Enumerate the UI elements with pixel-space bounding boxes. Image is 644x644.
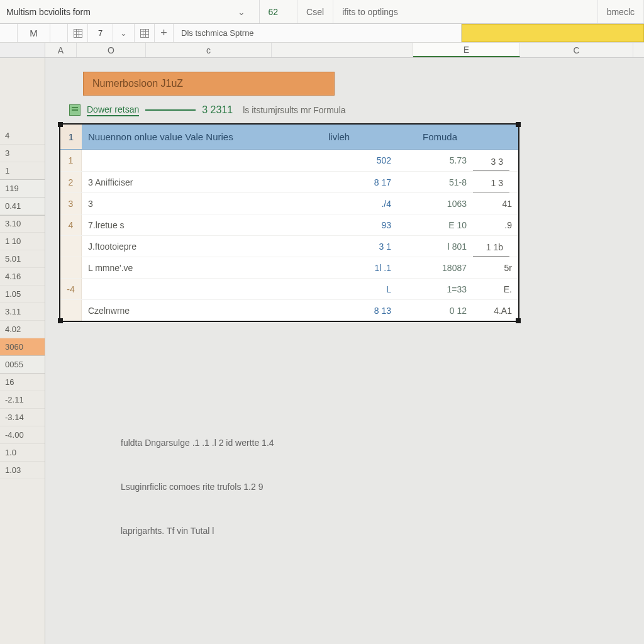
cell-formula[interactable]: 4.A1 — [473, 300, 518, 321]
chevron-down-icon[interactable]: ⌄ — [238, 7, 245, 17]
cell-formula[interactable]: 1 1b — [473, 240, 509, 257]
history-button[interactable] — [68, 24, 88, 42]
row-header[interactable]: 0.41 — [0, 197, 45, 215]
cell-label[interactable] — [82, 150, 322, 171]
row-header[interactable]: 5.01 — [0, 250, 45, 268]
cell-value-d[interactable]: 51-8 — [397, 172, 473, 192]
row-header[interactable]: -2.11 — [0, 391, 45, 409]
row-header[interactable]: 1.0 — [0, 444, 45, 462]
cell-index[interactable] — [60, 236, 82, 257]
row-header-highlight[interactable]: 3060 — [0, 338, 45, 356]
col-header-O[interactable]: O — [77, 43, 146, 57]
cell-value-d[interactable]: 1=33 — [397, 279, 473, 299]
table-row[interactable]: L mmne'.ve1l .1180875r — [60, 257, 518, 278]
cell-label[interactable]: 3 Anifficiser — [82, 172, 322, 192]
cell-label[interactable]: Czelnwrne — [82, 300, 322, 321]
table-row[interactable]: 47.lretue s93E 10.9 — [60, 214, 518, 235]
table-row[interactable]: 23 Anifficiser8 1751-81 3 — [60, 171, 518, 192]
row-header[interactable]: 119 — [0, 180, 45, 197]
cell-value-c[interactable]: 1l .1 — [322, 257, 397, 278]
col-header-blank[interactable] — [272, 43, 413, 57]
cell-label[interactable]: L mmne'.ve — [82, 257, 322, 278]
th-formula[interactable]: Fomuda — [416, 125, 518, 149]
table-row[interactable]: 15025.733 3 — [60, 150, 518, 171]
cell-index[interactable]: 4 — [60, 214, 82, 235]
selected-table[interactable]: 1 Nuuennon onlue value Vale Nuries livle… — [59, 123, 519, 322]
row-header[interactable]: -4.00 — [0, 426, 45, 444]
cell-value-d[interactable]: E 10 — [397, 214, 473, 235]
table-row[interactable]: 33./4106341 — [60, 192, 518, 214]
row-header[interactable]: 3 — [0, 145, 45, 162]
row-header[interactable]: 4.16 — [0, 268, 45, 286]
name-box[interactable]: M — [18, 24, 50, 42]
cell-formula[interactable]: E. — [473, 279, 518, 299]
plus-icon: + — [160, 26, 167, 40]
cell-value-c[interactable]: 8 13 — [322, 300, 397, 321]
row-header[interactable]: -3.14 — [0, 409, 45, 426]
cell-formula[interactable]: 1 3 — [473, 175, 509, 192]
cell-value-d[interactable]: 1063 — [397, 193, 473, 214]
th-value[interactable]: livleh — [322, 125, 416, 149]
table-row[interactable]: Czelnwrne8 130 124.A1 — [60, 299, 518, 321]
resize-handle-tr[interactable] — [516, 122, 521, 127]
table-button[interactable] — [135, 24, 155, 42]
cell-label[interactable] — [82, 279, 322, 299]
row-header[interactable]: 1 10 — [0, 233, 45, 250]
row-gutter-head[interactable] — [0, 43, 45, 57]
cell-value-c[interactable]: 502 — [322, 150, 397, 171]
cell-formula[interactable]: .9 — [473, 214, 518, 235]
sheet-canvas[interactable]: Numerbosloon J1uZ Dower retsan 3 2311 ls… — [45, 58, 644, 644]
th-label[interactable]: Nuuennon onlue value Vale Nuries — [82, 125, 322, 149]
cell-index[interactable]: 2 — [60, 172, 82, 192]
cell-index[interactable]: 3 — [60, 193, 82, 214]
col-header-C[interactable]: C — [520, 43, 633, 57]
resize-handle-bl[interactable] — [58, 318, 63, 323]
table-body: 15025.733 323 Anifficiser8 1751-81 333./… — [60, 150, 518, 321]
cell-value-c[interactable]: 93 — [322, 214, 397, 235]
row-header[interactable]: 3.10 — [0, 215, 45, 233]
row-header[interactable]: 3.11 — [0, 303, 45, 321]
cell-index[interactable] — [60, 300, 82, 321]
row-header[interactable]: 1.05 — [0, 286, 45, 303]
titlebar-csel[interactable]: Csel — [297, 0, 333, 23]
col-header-c[interactable]: c — [146, 43, 272, 57]
titlebar-number[interactable]: 62 — [260, 0, 298, 23]
cell-index[interactable]: -4 — [60, 279, 82, 299]
table-row[interactable]: -4L1=33E. — [60, 278, 518, 299]
cell-value-c[interactable]: 8 17 — [322, 172, 397, 192]
table-row[interactable]: J.ftootoiepre3 1l 8011 1b — [60, 235, 518, 257]
cell-label[interactable]: J.ftootoiepre — [82, 236, 322, 257]
row-header[interactable]: 1.03 — [0, 462, 45, 479]
cell-value-c[interactable]: ./4 — [322, 193, 397, 214]
cell-label[interactable]: 3 — [82, 193, 322, 214]
add-button[interactable]: + — [155, 24, 174, 42]
resize-handle-br[interactable] — [516, 318, 521, 323]
resize-handle-tl[interactable] — [58, 122, 63, 127]
cell-value-c[interactable]: L — [322, 279, 397, 299]
formula-num[interactable]: 7 — [88, 24, 113, 42]
row-header[interactable]: 16 — [0, 374, 45, 391]
cell-index[interactable] — [60, 257, 82, 278]
cell-value-d[interactable]: 18087 — [397, 257, 473, 278]
cell-value-d[interactable]: l 801 — [397, 236, 473, 257]
cell-value-c[interactable]: 3 1 — [322, 236, 397, 257]
row-header[interactable]: 4.02 — [0, 321, 45, 338]
cell-formula[interactable]: 3 3 — [473, 153, 509, 171]
formula-dropdown[interactable]: ⌄ — [113, 24, 135, 42]
select-all-corner[interactable] — [0, 24, 18, 42]
doc-name-box[interactable]: Multism bcviolits form ⌄ — [0, 0, 260, 23]
row-header[interactable]: 1 — [0, 162, 45, 180]
cell-value-d[interactable]: 5.73 — [397, 150, 473, 171]
col-header-A[interactable]: A — [45, 43, 77, 57]
row-gutter: 4 3 1 119 0.41 3.10 1 10 5.01 4.16 1.05 … — [0, 58, 45, 644]
cell-value-d[interactable]: 0 12 — [397, 300, 473, 321]
cell-label[interactable]: 7.lretue s — [82, 214, 322, 235]
cell-formula[interactable]: 5r — [473, 257, 518, 278]
th-index[interactable]: 1 — [60, 125, 82, 149]
formula-input[interactable]: Dls tschmica Sptrne — [174, 24, 462, 42]
row-header[interactable]: 0055 — [0, 356, 45, 374]
cell-formula[interactable]: 41 — [473, 193, 518, 214]
col-header-E[interactable]: E — [413, 43, 520, 57]
row-header[interactable]: 4 — [0, 127, 45, 145]
cell-index[interactable]: 1 — [60, 150, 82, 171]
